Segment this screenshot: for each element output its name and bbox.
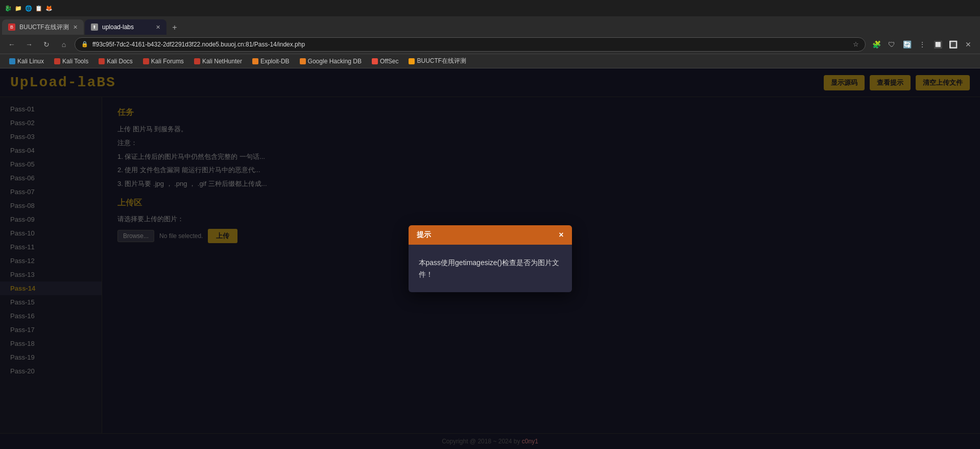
tab-bar: B BUUCTF在线评测 ✕ ⬆ upload-labs ✕ + bbox=[0, 16, 980, 35]
browser-icon[interactable]: 🌐 bbox=[25, 4, 33, 12]
bookmarks-bar: Kali Linux Kali Tools Kali Docs Kali For… bbox=[0, 54, 980, 68]
nav-refresh-button[interactable]: ↻ bbox=[40, 38, 53, 51]
minimize-icon[interactable]: 🔲 bbox=[931, 38, 944, 51]
modal-dialog: 提示 × 本pass使用getimagesize()检查是否为图片文件！ bbox=[409, 225, 572, 292]
bookmark-google-hacking-db[interactable]: Google Hacking DB bbox=[296, 57, 366, 66]
address-bar-row: ← → ↻ ⌂ 🔒 ff93c95f-7dc2-4161-b432-2df229… bbox=[0, 35, 980, 54]
tab-buuctf-label: BUUCTF在线评测 bbox=[19, 23, 69, 32]
fox-icon[interactable]: 🦊 bbox=[45, 4, 53, 12]
address-bar[interactable]: 🔒 ff93c95f-7dc2-4161-b432-2df2291d3f22.n… bbox=[75, 37, 866, 52]
bookmark-offsec[interactable]: OffSec bbox=[368, 57, 402, 66]
title-bar-icons: 🐉 📁 🌐 📋 🦊 bbox=[4, 4, 53, 12]
bookmark-kali-docs[interactable]: Kali Docs bbox=[94, 57, 137, 66]
browser-chrome: 🐉 📁 🌐 📋 🦊 B BUUCTF在线评测 ✕ ⬆ upload-labs ✕… bbox=[0, 0, 980, 68]
tab-upload-labs-favicon: ⬆ bbox=[91, 23, 98, 31]
app-icon: 🐉 bbox=[4, 4, 12, 12]
extensions-icon[interactable]: 🧩 bbox=[870, 38, 883, 51]
modal-body: 本pass使用getimagesize()检查是否为图片文件！ bbox=[409, 245, 572, 292]
bookmark-kali-nethunter[interactable]: Kali NetHunter bbox=[190, 57, 246, 66]
bookmark-kali-linux[interactable]: Kali Linux bbox=[5, 57, 48, 66]
bookmark-offsec-favicon bbox=[372, 58, 378, 64]
bookmark-exploit-db-favicon bbox=[252, 58, 258, 64]
bookmark-buuctf[interactable]: BUUCTF在线评测 bbox=[404, 56, 470, 66]
modal-close-button[interactable]: × bbox=[559, 231, 563, 239]
bookmark-kali-tools[interactable]: Kali Tools bbox=[50, 57, 92, 66]
lock-icon: 🔒 bbox=[81, 41, 88, 48]
maximize-icon[interactable]: 🔳 bbox=[946, 38, 960, 51]
nav-forward-button[interactable]: → bbox=[22, 38, 36, 51]
menu-icon[interactable]: ⋮ bbox=[916, 38, 929, 51]
nav-home-button[interactable]: ⌂ bbox=[57, 38, 70, 51]
bookmark-star-icon[interactable]: ☆ bbox=[853, 40, 859, 48]
close-window-icon[interactable]: ✕ bbox=[962, 38, 975, 51]
tab-buuctf[interactable]: B BUUCTF在线评测 ✕ bbox=[2, 19, 84, 35]
tab-upload-labs-close[interactable]: ✕ bbox=[156, 24, 160, 31]
title-bar: 🐉 📁 🌐 📋 🦊 bbox=[0, 0, 980, 16]
bookmark-exploit-db[interactable]: Exploit-DB bbox=[248, 57, 294, 66]
files-icon[interactable]: 📁 bbox=[14, 4, 22, 12]
sync-icon[interactable]: 🔄 bbox=[900, 38, 914, 51]
modal-body-text: 本pass使用getimagesize()检查是否为图片文件！ bbox=[419, 257, 562, 280]
modal-title: 提示 bbox=[417, 230, 431, 240]
bookmark-kali-docs-favicon bbox=[99, 58, 105, 64]
modal-overlay: 提示 × 本pass使用getimagesize()检查是否为图片文件！ bbox=[0, 68, 980, 449]
shield-icon[interactable]: 🛡 bbox=[885, 38, 898, 51]
tab-buuctf-close[interactable]: ✕ bbox=[73, 24, 78, 31]
bookmark-google-hacking-db-favicon bbox=[300, 58, 306, 64]
tab-upload-labs[interactable]: ⬆ upload-labs ✕ bbox=[85, 19, 166, 35]
bookmark-kali-forums-favicon bbox=[143, 58, 149, 64]
new-tab-button[interactable]: + bbox=[168, 20, 182, 35]
nav-back-button[interactable]: ← bbox=[5, 38, 18, 51]
bookmark-kali-tools-favicon bbox=[54, 58, 60, 64]
terminal-icon[interactable]: 📋 bbox=[35, 4, 43, 12]
address-text: ff93c95f-7dc2-4161-b432-2df2291d3f22.nod… bbox=[92, 41, 849, 48]
tab-upload-labs-label: upload-labs bbox=[102, 23, 134, 31]
tab-buuctf-favicon: B bbox=[8, 23, 15, 31]
bookmark-kali-linux-favicon bbox=[9, 58, 15, 64]
bookmark-kali-nethunter-favicon bbox=[194, 58, 200, 64]
bookmark-buuctf-favicon bbox=[409, 58, 415, 64]
browser-action-icons: 🧩 🛡 🔄 ⋮ 🔲 🔳 ✕ bbox=[870, 38, 975, 51]
bookmark-kali-forums[interactable]: Kali Forums bbox=[139, 57, 188, 66]
modal-header: 提示 × bbox=[409, 225, 572, 245]
